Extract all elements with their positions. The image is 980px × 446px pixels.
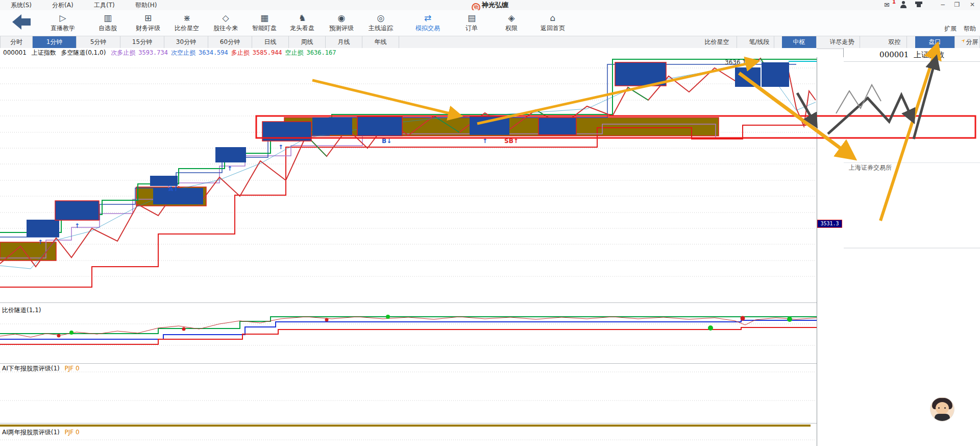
- right-tab-2[interactable]: 中枢: [782, 36, 817, 48]
- skin-icon[interactable]: [915, 1, 922, 8]
- timeframe-tab-9[interactable]: 年线: [362, 36, 399, 48]
- mail-icon[interactable]: ✉ 1: [884, 1, 892, 9]
- price-axis: 3531.3: [817, 57, 844, 446]
- price-zigzag-line: [0, 58, 816, 267]
- toolbar-item-6[interactable]: ♞龙头看盘: [285, 12, 320, 33]
- toolbar-item-9[interactable]: ⇄模拟交易: [410, 12, 445, 33]
- timeframe-tab-6[interactable]: 日线: [252, 36, 289, 48]
- ratio-tunnel-panel[interactable]: [0, 306, 817, 363]
- sub-long-stop-line: [0, 124, 817, 258]
- chart-header: 000001 上证指数 多空隧道(0,1,0) 次多止损3593.734次空止损…: [0, 48, 817, 57]
- simulated-trade-icon: ⇄: [410, 12, 445, 24]
- sub3-pjf-value: PJF 0: [65, 429, 80, 436]
- toolbar-item-3[interactable]: ⋇比价星空: [169, 12, 204, 33]
- buy-arrow: ↑: [75, 222, 80, 229]
- maximize-button[interactable]: ❐: [951, 0, 963, 9]
- timeframe-tab-8[interactable]: 月线: [326, 36, 362, 48]
- watchlist-icon: ▥: [90, 12, 125, 24]
- expand-button[interactable]: 扩展: [944, 25, 957, 32]
- buy-arrow: ↑: [38, 239, 43, 246]
- toolbar-item-label: 主线追踪: [363, 24, 398, 33]
- toolbar: ▷直播教学▥自选股⊞财务评级⋇比价星空◇股往今来▦智能盯盘♞龙头看盘◉预测评级◎…: [0, 10, 980, 36]
- indicator-stop-values: 次多止损3593.734次空止损3634.594多止损3585.944空止损36…: [111, 49, 339, 56]
- divider: [0, 302, 844, 303]
- toolbar-item-7[interactable]: ◉预测评级: [324, 12, 359, 33]
- toolbar-item-1[interactable]: ▥自选股: [90, 12, 125, 33]
- home-icon: ⌂: [535, 12, 570, 24]
- help-button[interactable]: 帮助: [964, 25, 976, 32]
- toolbar-item-5[interactable]: ▦智能盯盘: [247, 12, 282, 33]
- menu-bar: 系统(S)分析(A)工具(T)帮助(H) 动神光弘缠 ✉ 1 − ❐ ✕: [0, 0, 980, 11]
- right-tab-1[interactable]: 笔/线段: [745, 36, 774, 48]
- mark-sb-label: SB↑: [504, 137, 519, 145]
- stop-label-0: 次多止损: [111, 49, 135, 56]
- right-tab-6[interactable]: 分屏: [958, 36, 980, 48]
- user-icon[interactable]: [900, 1, 907, 8]
- assistant-avatar[interactable]: [930, 397, 954, 421]
- finance-rating-icon: ⊞: [131, 12, 165, 24]
- minimize-button[interactable]: −: [937, 0, 948, 9]
- permission-icon: ◈: [494, 12, 529, 24]
- toolbar-item-0[interactable]: ▷直播教学: [45, 12, 80, 33]
- stop-value-2: 3585.944: [253, 49, 282, 56]
- main-price-chart[interactable]: A↑ B↓ SB↑ ↑ ↑ ↑ ↑ ↑ 3636.17: [0, 57, 817, 302]
- exchange-label: 上海证券交易所: [849, 163, 892, 172]
- toolbar-item-8[interactable]: ◎主线追踪: [363, 12, 398, 33]
- buy-arrow: ↑: [227, 165, 232, 172]
- right-tab-3[interactable]: 详尽走势: [824, 36, 860, 48]
- stop-value-3: 3636.167: [307, 49, 336, 56]
- toolbar-item-label: 龙头看盘: [285, 24, 320, 33]
- timeframe-bar: 分时1分钟5分钟15分钟30分钟60分钟日线周线月线年线 比价星空笔/线段中枢详…: [0, 36, 980, 49]
- timeframe-tab-4[interactable]: 30分钟: [164, 36, 208, 48]
- right-tab-0[interactable]: 比价星空: [697, 36, 737, 48]
- toolbar-item-label: 财务评级: [131, 24, 165, 33]
- right-tab-5[interactable]: 盘口: [915, 36, 955, 48]
- toolbar-item-11[interactable]: ◈权限: [494, 12, 529, 33]
- live-play-icon: ▷: [45, 12, 80, 24]
- timeframe-tab-0[interactable]: 分时: [0, 36, 33, 48]
- timeframe-tab-1[interactable]: 1分钟: [33, 36, 77, 48]
- stop-value-0: 3593.734: [138, 49, 168, 56]
- history-cube-icon: ◇: [208, 12, 243, 24]
- timeframe-tab-5[interactable]: 60分钟: [208, 36, 252, 48]
- mail-badge: 1: [892, 0, 896, 5]
- minute-line: [0, 61, 816, 269]
- ai-rating1-panel[interactable]: [0, 363, 817, 423]
- price-star-icon: ⋇: [169, 12, 204, 24]
- sub-short-stop-line: [0, 64, 796, 237]
- toolbar-item-12[interactable]: ⌂返回首页: [535, 12, 570, 33]
- right-tab-4[interactable]: 双控: [883, 36, 907, 48]
- toolbar-item-label: 自选股: [90, 24, 125, 33]
- toolbar-item-label: 预测评级: [324, 24, 359, 33]
- toolbar-item-label: 返回首页: [535, 24, 570, 33]
- sub3-header: AI两年报股票评级(1) PJF 0: [2, 428, 83, 437]
- ai-predict-icon: ◉: [324, 12, 359, 24]
- divider: [0, 423, 844, 424]
- stop-label-1: 次空止损: [171, 49, 195, 56]
- stock-name: 上证指数: [32, 49, 56, 56]
- timeframe-tab-3[interactable]: 15分钟: [120, 36, 164, 48]
- toolbar-item-4[interactable]: ◇股往今来: [208, 12, 243, 33]
- toolbar-item-label: 智能盯盘: [247, 24, 282, 33]
- quote-panel: 000001 上证指数 上海证券交易所: [844, 48, 980, 446]
- timeframe-tab-7[interactable]: 周线: [289, 36, 326, 48]
- back-button[interactable]: [12, 14, 32, 30]
- stop-value-1: 3634.594: [199, 49, 228, 56]
- toolbar-item-10[interactable]: ▤订单: [454, 12, 489, 33]
- down-leg-lines: [306, 58, 776, 156]
- ai-rating2-panel[interactable]: [0, 423, 817, 446]
- mark-b-label: B↓: [382, 137, 391, 145]
- divider: [0, 363, 844, 364]
- toolbar-item-label: 模拟交易: [410, 24, 445, 33]
- timeframe-tab-2[interactable]: 5分钟: [77, 36, 120, 48]
- smart-monitor-icon: ▦: [247, 12, 282, 24]
- peak-price-label: 3636.17: [725, 59, 750, 66]
- indicator-name: 多空隧道(0,1,0): [61, 49, 106, 56]
- sub1-header: 比价隧道(1,1): [2, 306, 47, 315]
- close-button[interactable]: ✕: [967, 0, 978, 9]
- main-chart-canvas: A↑ B↓ SB↑ ↑ ↑ ↑ ↑ ↑ 3636.17: [0, 57, 817, 302]
- long-stop-line: [0, 125, 806, 287]
- toolbar-item-label: 直播教学: [45, 24, 80, 33]
- toolbar-item-2[interactable]: ⊞财务评级: [131, 12, 165, 33]
- sub1-canvas: [0, 306, 817, 363]
